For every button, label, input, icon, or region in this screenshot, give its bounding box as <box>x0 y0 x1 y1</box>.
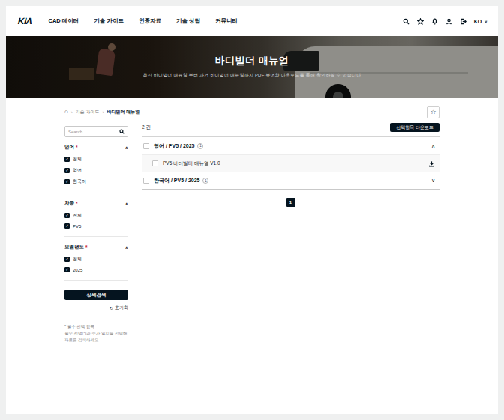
filter-option-language-korean[interactable]: 한국어 <box>64 178 128 185</box>
filter-option-language-all[interactable]: 전체 <box>64 156 128 163</box>
checkbox-checked-icon[interactable] <box>64 256 70 262</box>
checkbox-checked-icon[interactable] <box>64 179 70 184</box>
search-box <box>64 126 128 137</box>
breadcrumb-item-tech-guide[interactable]: 기술 가이드 <box>76 109 100 116</box>
filter-group-year: 모델년도 * ∧ 전체 2025 <box>64 237 128 280</box>
chevron-up-icon[interactable]: ∧ <box>125 202 128 206</box>
checkbox-icon[interactable] <box>152 160 158 166</box>
results-count: 2 건 <box>142 124 151 131</box>
checkbox-icon[interactable] <box>143 178 149 184</box>
result-group-label: 한국어 / PV5 / 2025 <box>154 177 200 184</box>
breadcrumb-item-current: 바디빌더 매뉴얼 <box>107 109 140 116</box>
filter-option-label: 전체 <box>73 256 82 262</box>
pagination: 1 <box>142 198 440 207</box>
filter-option-label: PV5 <box>73 224 81 229</box>
required-mark: * <box>86 244 88 250</box>
checkbox-checked-icon[interactable] <box>64 157 70 162</box>
kia-logo[interactable]: KIΛ <box>16 16 33 26</box>
filter-option-year-2025[interactable]: 2025 <box>64 267 128 272</box>
content: 언어 * ∧ 전체 영어 한국어 <box>64 122 440 343</box>
chevron-down-icon[interactable]: ∨ <box>431 178 435 184</box>
filter-option-year-all[interactable]: 전체 <box>64 256 128 262</box>
checkbox-icon[interactable] <box>143 143 149 149</box>
reset-filters[interactable]: ↻ 초기화 <box>64 304 128 311</box>
main-nav: CAD 데이터 기술 가이드 인증자료 기술 상담 커뮤니티 <box>49 17 238 25</box>
filter-option-label: 한국어 <box>73 178 86 185</box>
language-code: KO <box>474 19 482 24</box>
page-subtitle: 최신 바디빌더 매뉴얼 부터 과거 바디빌더 매뉴얼까지 PDF 뷰어와 다운로… <box>6 72 498 79</box>
filter-group-model-header[interactable]: 차종 * ∧ <box>64 200 128 207</box>
chevron-down-icon: ∨ <box>484 19 488 24</box>
filter-option-label: 영어 <box>73 167 82 174</box>
chevron-up-icon[interactable]: ∧ <box>125 146 128 150</box>
breadcrumb: ⌂ › 기술 가이드 › 바디빌더 매뉴얼 <box>64 109 140 116</box>
filter-sidebar: 언어 * ∧ 전체 영어 한국어 <box>64 122 128 343</box>
result-item-label: PV5 바디빌더 매뉴얼 V1.0 <box>163 160 220 167</box>
detail-search-button[interactable]: 상세검색 <box>64 290 128 300</box>
checkbox-checked-icon[interactable] <box>64 267 70 272</box>
reset-label: 초기화 <box>115 304 128 311</box>
search-icon[interactable] <box>403 17 410 25</box>
footnote-help: 필수 선택(*)과 추가 일치를 선택해 자료를 검색하세요. <box>64 331 127 342</box>
bell-icon[interactable] <box>431 17 439 25</box>
filter-group-label: 언어 <box>64 144 74 151</box>
viewport: KIΛ CAD 데이터 기술 가이드 인증자료 기술 상담 커뮤니티 <box>0 0 504 420</box>
home-icon[interactable]: ⌂ <box>64 109 68 115</box>
chevron-up-icon[interactable]: ∧ <box>431 143 435 149</box>
favorite-button[interactable]: ☆ <box>427 106 440 118</box>
nav-item-cad-data[interactable]: CAD 데이터 <box>49 17 80 25</box>
filter-group-year-header[interactable]: 모델년도 * ∧ <box>64 244 128 250</box>
filter-option-model-pv5[interactable]: PV5 <box>64 224 128 229</box>
breadcrumb-separator: › <box>103 110 104 114</box>
footnote-required: * 필수 선택 항목 <box>64 323 128 330</box>
filter-option-model-all[interactable]: 전체 <box>64 212 128 219</box>
hero-text: 바디빌더 매뉴얼 최신 바디빌더 매뉴얼 부터 과거 바디빌더 매뉴얼까지 PD… <box>6 54 498 79</box>
filter-option-language-english[interactable]: 영어 <box>64 167 128 174</box>
result-group-label: 영어 / PV5 / 2025 <box>154 142 194 150</box>
top-nav-bar: KIΛ CAD 데이터 기술 가이드 인증자료 기술 상담 커뮤니티 <box>6 6 498 36</box>
checkbox-checked-icon[interactable] <box>64 213 70 218</box>
nav-item-tech-consult[interactable]: 기술 상담 <box>176 17 200 25</box>
filter-group-language-header[interactable]: 언어 * ∧ <box>64 144 128 151</box>
filter-group-label: 차종 <box>64 200 74 207</box>
results-panel: 2 건 선택항목 다운로드 영어 / PV5 / 2025 1 ∧ PV5 바디… <box>142 122 440 343</box>
filter-group-language: 언어 * ∧ 전체 영어 한국어 <box>64 137 128 194</box>
filter-option-label: 전체 <box>73 156 82 163</box>
chevron-up-icon[interactable]: ∧ <box>125 245 128 250</box>
filter-option-label: 2025 <box>73 268 82 272</box>
language-selector[interactable]: KO ∨ <box>474 19 488 24</box>
result-group-row-english[interactable]: 영어 / PV5 / 2025 1 ∧ <box>142 137 440 154</box>
search-input[interactable] <box>68 130 119 134</box>
reset-icon: ↻ <box>110 305 113 310</box>
hero-banner: 바디빌더 매뉴얼 최신 바디빌더 매뉴얼 부터 과거 바디빌더 매뉴얼까지 PD… <box>6 36 498 98</box>
result-item-row[interactable]: PV5 바디빌더 매뉴얼 V1.0 <box>142 154 440 172</box>
download-icon[interactable] <box>428 160 435 167</box>
download-selected-button[interactable]: 선택항목 다운로드 <box>390 123 440 132</box>
page: KIΛ CAD 데이터 기술 가이드 인증자료 기술 상담 커뮤니티 <box>6 6 498 414</box>
nav-item-community[interactable]: 커뮤니티 <box>215 17 238 25</box>
user-icon[interactable] <box>446 17 453 25</box>
results-header: 2 건 선택항목 다운로드 <box>142 122 440 134</box>
page-title: 바디빌더 매뉴얼 <box>6 54 498 68</box>
nav-item-tech-guide[interactable]: 기술 가이드 <box>94 17 124 25</box>
star-icon[interactable] <box>417 17 424 25</box>
count-badge: 1 <box>202 178 208 184</box>
star-icon: ☆ <box>430 108 436 116</box>
filter-group-label: 모델년도 <box>64 244 84 250</box>
search-icon[interactable] <box>119 129 124 134</box>
checkbox-checked-icon[interactable] <box>64 224 70 229</box>
logout-icon[interactable] <box>460 17 467 25</box>
filter-option-label: 전체 <box>73 212 82 219</box>
count-badge: 1 <box>197 143 203 149</box>
header-utilities: KO ∨ <box>403 17 488 25</box>
required-mark: * <box>76 145 78 150</box>
results-list: 영어 / PV5 / 2025 1 ∧ PV5 바디빌더 매뉴얼 V1.0 한국… <box>142 136 440 190</box>
nav-item-certification[interactable]: 인증자료 <box>139 17 161 25</box>
breadcrumb-separator: › <box>71 110 73 114</box>
filter-footnote: * 필수 선택 항목 필수 선택(*)과 추가 일치를 선택해 자료를 검색하세… <box>64 323 128 343</box>
filter-group-model: 차종 * ∧ 전체 PV5 <box>64 194 128 237</box>
checkbox-checked-icon[interactable] <box>64 168 70 173</box>
breadcrumb-bar: ⌂ › 기술 가이드 › 바디빌더 매뉴얼 ☆ <box>64 105 440 118</box>
page-button-1[interactable]: 1 <box>286 198 296 207</box>
result-group-row-korean[interactable]: 한국어 / PV5 / 2025 1 ∨ <box>142 172 440 189</box>
